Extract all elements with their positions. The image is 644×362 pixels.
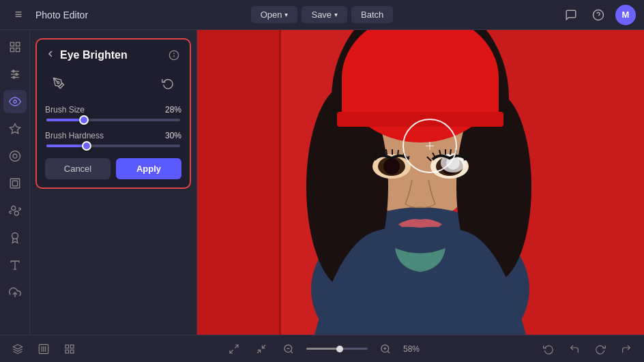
sidebar-item-elements[interactable] xyxy=(3,199,27,222)
svg-point-19 xyxy=(14,211,18,215)
apply-button[interactable]: Apply xyxy=(116,158,181,179)
svg-point-45 xyxy=(383,158,400,175)
svg-rect-4 xyxy=(16,48,19,52)
svg-point-12 xyxy=(13,100,16,104)
bottom-right xyxy=(430,340,636,359)
brush-size-thumb[interactable] xyxy=(79,115,89,125)
svg-point-7 xyxy=(12,70,14,72)
cancel-button[interactable]: Cancel xyxy=(45,158,111,179)
grid-icon[interactable] xyxy=(60,340,79,359)
avatar[interactable]: M xyxy=(615,5,636,25)
brush-hardness-value: 30% xyxy=(165,131,181,140)
sidebar-item-awards[interactable] xyxy=(3,226,27,250)
svg-line-65 xyxy=(291,351,293,353)
svg-rect-57 xyxy=(70,345,74,348)
brush-hardness-slider-row: Brush Hardness 30% xyxy=(45,131,181,147)
svg-point-27 xyxy=(57,82,59,84)
save-button[interactable]: Save ▾ xyxy=(302,6,347,23)
bottom-bar: 58% xyxy=(0,335,644,362)
brush-hardness-label: Brush Hardness xyxy=(45,131,104,140)
svg-rect-30 xyxy=(279,30,281,335)
zoom-slider-container[interactable] xyxy=(306,342,368,356)
panel-actions: Cancel Apply xyxy=(45,158,181,179)
panel-header: Eye Brighten xyxy=(45,48,181,63)
fit-icon[interactable] xyxy=(224,340,244,359)
open-chevron-icon: ▾ xyxy=(284,11,288,18)
sidebar-item-retouch[interactable] xyxy=(3,145,27,168)
redo-icon[interactable] xyxy=(591,340,610,359)
svg-rect-2 xyxy=(10,42,14,46)
svg-marker-13 xyxy=(10,124,20,134)
layers-icon[interactable] xyxy=(8,340,27,359)
history-icon[interactable] xyxy=(34,340,53,359)
sidebar-item-eye[interactable] xyxy=(3,90,27,113)
eye-brighten-panel: Eye Brighten xyxy=(35,38,191,189)
svg-line-68 xyxy=(387,351,390,353)
svg-rect-42 xyxy=(337,112,503,127)
zoom-slider-fill xyxy=(306,348,340,350)
sidebar-item-export[interactable] xyxy=(3,281,27,304)
svg-rect-59 xyxy=(65,350,69,353)
help-icon[interactable] xyxy=(588,5,609,25)
brush-size-fill xyxy=(46,119,84,121)
redo2-icon[interactable] xyxy=(617,340,636,359)
svg-rect-16 xyxy=(10,179,20,188)
reset-button[interactable] xyxy=(157,72,179,94)
sidebar-item-adjustments[interactable] xyxy=(3,63,27,86)
portrait-photo xyxy=(197,30,644,335)
sidebar-item-frames[interactable] xyxy=(3,172,27,195)
main-area: Eye Brighten xyxy=(0,30,644,335)
brush-size-track[interactable] xyxy=(46,119,180,121)
sidebar-item-effects[interactable] xyxy=(3,117,27,140)
svg-point-15 xyxy=(13,154,17,158)
info-button[interactable] xyxy=(166,48,181,63)
brush-hardness-track[interactable] xyxy=(46,145,180,147)
svg-marker-51 xyxy=(13,344,22,349)
svg-rect-56 xyxy=(65,345,69,348)
svg-point-9 xyxy=(15,74,17,76)
topbar-right: M xyxy=(393,5,636,25)
brush-size-value: 28% xyxy=(165,105,181,115)
svg-point-20 xyxy=(12,233,18,239)
save-chevron-icon: ▾ xyxy=(334,11,338,18)
menu-icon[interactable]: ≡ xyxy=(8,5,29,25)
zoom-slider[interactable] xyxy=(306,348,368,350)
svg-point-18 xyxy=(11,206,15,210)
sidebar-item-text[interactable] xyxy=(3,254,27,277)
zoom-slider-thumb[interactable] xyxy=(336,346,343,352)
svg-line-62 xyxy=(257,350,261,353)
brush-size-slider-row: Brush Size 28% xyxy=(45,105,181,121)
svg-line-63 xyxy=(262,345,265,348)
bottom-center: 58% xyxy=(224,340,420,359)
left-sidebar xyxy=(0,30,30,335)
actual-size-icon[interactable] xyxy=(252,340,271,359)
panel-title: Eye Brighten xyxy=(60,49,166,61)
zoom-in-icon[interactable] xyxy=(376,340,395,359)
svg-point-11 xyxy=(13,76,15,78)
undo-icon[interactable] xyxy=(539,340,558,359)
brush-tools xyxy=(45,72,181,94)
svg-rect-3 xyxy=(16,42,19,46)
brush-hardness-thumb[interactable] xyxy=(82,141,91,151)
svg-rect-58 xyxy=(70,350,74,353)
svg-line-60 xyxy=(235,345,238,348)
svg-rect-17 xyxy=(12,181,18,186)
bottom-left xyxy=(8,340,214,359)
svg-rect-29 xyxy=(197,30,279,335)
undo2-icon[interactable] xyxy=(565,340,584,359)
batch-button[interactable]: Batch xyxy=(351,6,393,23)
back-button[interactable] xyxy=(45,48,60,62)
canvas-area[interactable] xyxy=(197,30,644,335)
app-title: Photo Editor xyxy=(35,10,88,20)
zoom-value: 58% xyxy=(403,344,420,354)
chat-icon[interactable] xyxy=(561,5,581,25)
sidebar-item-gallery[interactable] xyxy=(3,35,27,59)
zoom-out-icon[interactable] xyxy=(279,340,298,359)
brush-hardness-fill xyxy=(46,145,87,147)
brush-tool-button[interactable] xyxy=(48,72,70,94)
brush-size-label: Brush Size xyxy=(45,105,85,115)
topbar-center: Open ▾ Save ▾ Batch xyxy=(251,6,394,23)
photo-container xyxy=(197,30,644,335)
topbar: ≡ Photo Editor Open ▾ Save ▾ Batch M xyxy=(0,0,644,30)
open-button[interactable]: Open ▾ xyxy=(251,6,298,23)
